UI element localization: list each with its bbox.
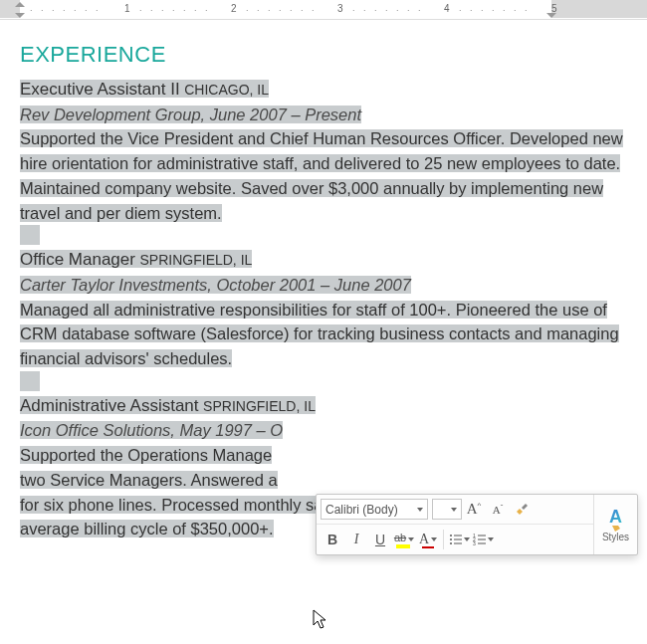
bold-button[interactable]: B <box>321 528 344 551</box>
ruler-first-line-indent[interactable] <box>15 2 25 7</box>
ruler-hanging-indent[interactable] <box>15 13 25 18</box>
shrink-font-button[interactable]: Aˇ <box>486 498 510 522</box>
svg-rect-5 <box>454 543 462 544</box>
separator <box>443 530 444 549</box>
numbering-button[interactable]: 1 2 3 <box>471 528 495 551</box>
svg-text:3: 3 <box>473 540 476 546</box>
job-location: CHICAGO, IL <box>184 82 269 98</box>
underline-button[interactable]: U <box>368 528 392 551</box>
font-color-button[interactable]: A <box>416 528 440 551</box>
styles-label: Styles <box>602 532 629 542</box>
chevron-down-icon <box>451 508 457 512</box>
font-name-value: Calibri (Body) <box>325 503 398 517</box>
job-employer: Carter Taylor Investments, October 2001 … <box>20 276 411 294</box>
font-name-combo[interactable]: Calibri (Body) <box>321 499 428 520</box>
job-body: Managed all administrative responsibilit… <box>20 301 619 368</box>
job-employer-truncated: O <box>270 421 283 439</box>
svg-rect-7 <box>478 536 486 537</box>
job-entry: Executive Assistant II CHICAGO, IL Rev D… <box>20 77 627 225</box>
selected-blank-line <box>20 225 40 245</box>
job-location: SPRINGFIELD, IL <box>203 398 316 414</box>
svg-point-4 <box>450 542 452 544</box>
chevron-down-icon <box>408 537 414 541</box>
job-body: Supported the Vice President and Chief H… <box>20 129 623 221</box>
job-body-line: average billing cycle of $350,000+. <box>20 520 274 537</box>
job-location: SPRINGFIELD, IL <box>140 252 253 268</box>
mouse-cursor <box>313 609 328 631</box>
job-title: Executive Assistant II <box>20 80 180 99</box>
highlight-button[interactable]: ab <box>392 528 416 551</box>
ruler-ticks: · · · · · · · <box>352 5 424 15</box>
styles-button[interactable]: A Styles <box>593 495 637 554</box>
mini-toolbar: Calibri (Body) A^ Aˇ B I U ab <box>316 494 638 555</box>
svg-point-2 <box>450 538 452 540</box>
bullets-icon <box>449 533 463 546</box>
job-title: Office Manager <box>20 250 135 269</box>
svg-rect-11 <box>478 543 486 544</box>
ruler-ticks: · · · · · · · <box>246 5 318 15</box>
numbering-icon: 1 2 3 <box>473 533 487 546</box>
job-body-line: two Service Managers. Answered a <box>20 471 278 489</box>
ruler-ticks: · · · · · · · <box>30 5 102 15</box>
format-painter-button[interactable] <box>510 498 534 522</box>
styles-icon: A <box>609 507 622 528</box>
ruler-number: 3 <box>337 3 343 14</box>
paintbrush-icon <box>514 502 530 518</box>
ruler-number: 5 <box>551 3 557 14</box>
chevron-down-icon <box>431 537 437 541</box>
job-employer: Rev Development Group, June 2007 – Prese… <box>20 106 361 123</box>
chevron-down-icon <box>488 537 494 541</box>
ruler-number: 2 <box>231 3 237 14</box>
grow-font-button[interactable]: A^ <box>462 498 486 522</box>
section-heading: EXPERIENCE <box>20 38 627 71</box>
svg-rect-3 <box>454 539 462 540</box>
svg-rect-9 <box>478 539 486 540</box>
job-body-line: Supported the Operations Manage <box>20 446 272 464</box>
svg-rect-1 <box>454 536 462 537</box>
ruler-ticks: · · · · · · · <box>459 5 531 15</box>
ruler-number: 4 <box>444 3 450 14</box>
chevron-down-icon <box>417 508 423 512</box>
ruler-ticks: · · · · · · · <box>139 5 211 15</box>
ruler-number: 1 <box>124 3 130 14</box>
ruler-right-margin <box>551 0 647 18</box>
job-title: Administrative Assistant <box>20 396 199 415</box>
job-entry: Office Manager SPRINGFIELD, IL Carter Ta… <box>20 247 627 371</box>
selected-blank-line <box>20 371 40 391</box>
job-body-line: for six phone lines. Processed mont <box>20 496 280 514</box>
job-employer: Icon Office Solutions, May 1997 – <box>20 421 270 439</box>
font-size-combo[interactable] <box>432 499 462 520</box>
document-body[interactable]: EXPERIENCE Executive Assistant II CHICAG… <box>0 20 647 541</box>
italic-button[interactable]: I <box>344 528 368 551</box>
font-color-swatch <box>422 546 434 548</box>
bullets-button[interactable] <box>447 528 471 551</box>
highlight-swatch <box>396 544 410 548</box>
svg-point-0 <box>450 535 452 537</box>
ruler[interactable]: · · · · · · · 1 · · · · · · · 2 · · · · … <box>0 0 647 20</box>
chevron-down-icon <box>464 537 470 541</box>
